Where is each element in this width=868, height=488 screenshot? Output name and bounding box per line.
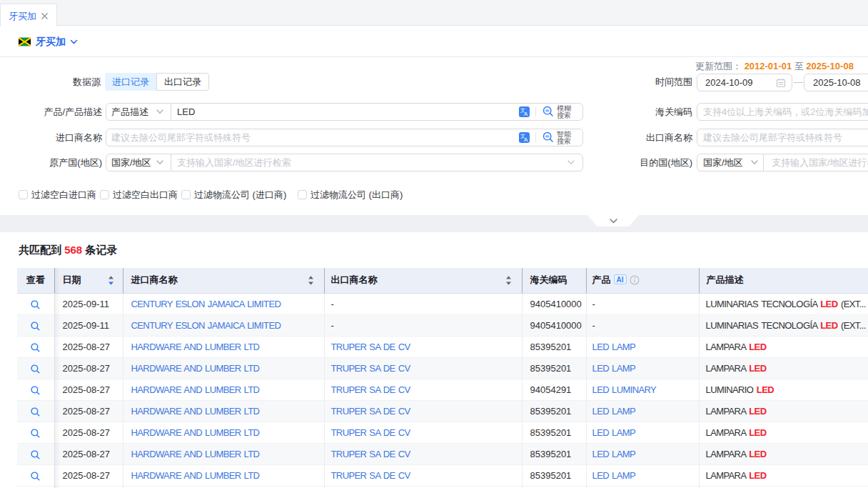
svg-text:A: A [524, 111, 528, 117]
svg-text:A: A [524, 136, 528, 143]
